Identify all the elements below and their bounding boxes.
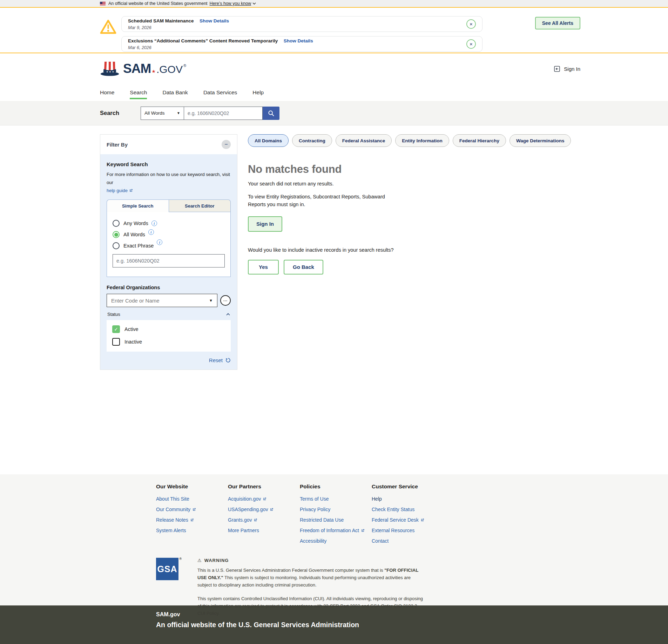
- alert-show-details-link[interactable]: Show Details: [200, 18, 229, 23]
- federal-org-placeholder: Enter Code or Name: [111, 298, 160, 304]
- main-content: Filter By − Keyword Search For more info…: [0, 126, 668, 474]
- search-button[interactable]: [263, 107, 279, 120]
- footer-heading: Policies: [300, 483, 372, 490]
- keyword-input[interactable]: [113, 254, 225, 267]
- domain-tabs: All Domains Contracting Federal Assistan…: [248, 134, 580, 147]
- search-type-select[interactable]: All Words ▼: [141, 107, 184, 120]
- alert-title: Exclusions “Additional Comments” Content…: [128, 38, 278, 43]
- footer-link-our-community[interactable]: Our Community: [156, 507, 228, 512]
- footer-link-federal-service-desk[interactable]: Federal Service Desk: [372, 517, 444, 523]
- domain-tab-federal-assistance[interactable]: Federal Assistance: [336, 134, 392, 147]
- tab-simple-search[interactable]: Simple Search: [107, 199, 169, 212]
- alerts-section: Scheduled SAM Maintenance Show Details M…: [0, 8, 668, 53]
- collapse-filter-button[interactable]: −: [222, 140, 231, 149]
- reset-filters[interactable]: Reset: [107, 357, 231, 363]
- footer-col-our-partners: Our Partners Acquisition.gov USASpending…: [228, 483, 300, 549]
- svg-text:★: ★: [106, 70, 108, 73]
- tab-search-editor[interactable]: Search Editor: [169, 199, 231, 212]
- radio-any-words[interactable]: [113, 220, 120, 227]
- footer-link-foia[interactable]: Freedom of Information Act: [300, 528, 372, 533]
- external-link-icon: [254, 518, 257, 522]
- warning-paragraph-1: This is a U.S. General Services Administ…: [197, 567, 424, 589]
- sign-in-link[interactable]: Sign In: [553, 65, 580, 73]
- info-icon[interactable]: i: [151, 221, 157, 226]
- domain-tab-wage-determinations[interactable]: Wage Determinations: [510, 134, 571, 147]
- logo-star-icon: ★: [151, 69, 156, 74]
- checkbox-inactive-label: Inactive: [124, 339, 142, 345]
- search-input[interactable]: [184, 107, 263, 120]
- caret-down-icon: ▼: [209, 298, 213, 303]
- alert-show-details-link[interactable]: Show Details: [284, 38, 313, 43]
- domain-tab-all-domains[interactable]: All Domains: [248, 134, 289, 147]
- sign-in-note: To view Entity Registrations, Subcontrac…: [248, 193, 397, 209]
- login-icon: [553, 65, 561, 73]
- alert-title: Scheduled SAM Maintenance: [128, 18, 194, 23]
- nav-item-home[interactable]: Home: [100, 84, 114, 101]
- minus-icon: −: [224, 142, 228, 147]
- no-results-message: Your search did not return any results.: [248, 181, 580, 187]
- footer-link-system-alerts[interactable]: System Alerts: [156, 528, 228, 533]
- footer-link-external-resources[interactable]: External Resources: [372, 528, 444, 533]
- external-link-icon: [129, 189, 133, 192]
- info-icon[interactable]: i: [157, 239, 162, 245]
- federal-org-combobox[interactable]: Enter Code or Name ▼: [107, 294, 217, 307]
- footer-link-grants-gov[interactable]: Grants.gov: [228, 517, 300, 523]
- info-icon[interactable]: i: [148, 229, 154, 235]
- close-icon[interactable]: ×: [466, 39, 476, 49]
- site-header: ★ ★ ★ SAM ★ .GOV ® Sign In: [0, 53, 668, 84]
- registered-mark: ®: [179, 557, 182, 561]
- sam-gov-logo[interactable]: ★ ★ ★ SAM ★ .GOV ®: [100, 60, 186, 77]
- footer-link-check-entity-status[interactable]: Check Entity Status: [372, 507, 444, 512]
- banner-how-you-know-link[interactable]: Here’s how you know: [210, 1, 251, 6]
- footer-link-about-this-site[interactable]: About This Site: [156, 496, 228, 502]
- reset-label: Reset: [209, 357, 223, 363]
- uncle-sam-hat-icon: ★ ★ ★: [100, 60, 120, 77]
- footer-link-contact[interactable]: Contact: [372, 538, 444, 544]
- footer-link-accessibility[interactable]: Accessibility: [300, 538, 372, 544]
- see-all-alerts-button[interactable]: See All Alerts: [535, 17, 580, 29]
- footer-heading: Our Website: [156, 483, 228, 490]
- nav-item-data-services[interactable]: Data Services: [203, 84, 237, 101]
- federal-organizations-heading: Federal Organizations: [107, 285, 231, 290]
- footer-link-help[interactable]: Help: [372, 496, 444, 502]
- domain-tab-federal-hierarchy[interactable]: Federal Hierarchy: [453, 134, 506, 147]
- footer-link-restricted-data-use[interactable]: Restricted Data Use: [300, 517, 372, 523]
- footer-link-usaspending-gov[interactable]: USASpending.gov: [228, 507, 300, 512]
- checkbox-inactive[interactable]: [112, 338, 120, 346]
- chevron-up-icon[interactable]: [226, 313, 230, 316]
- footer-link-privacy-policy[interactable]: Privacy Policy: [300, 507, 372, 512]
- footer-link-more-partners[interactable]: More Partners: [228, 528, 300, 533]
- sign-in-button[interactable]: Sign In: [248, 216, 282, 232]
- footer-link-release-notes[interactable]: Release Notes: [156, 517, 228, 523]
- help-guide-link[interactable]: help guide: [107, 187, 133, 195]
- warning-title-text: WARNING: [204, 558, 229, 563]
- nav-item-data-bank[interactable]: Data Bank: [162, 84, 188, 101]
- footer-link-terms-of-use[interactable]: Terms of Use: [300, 496, 372, 502]
- filter-panel: Filter By − Keyword Search For more info…: [100, 134, 237, 370]
- warning-icon: ⚠: [197, 558, 202, 563]
- svg-text:★: ★: [112, 70, 114, 73]
- checkbox-active[interactable]: ✓: [112, 325, 120, 333]
- domain-tab-entity-information[interactable]: Entity Information: [395, 134, 449, 147]
- radio-all-words[interactable]: [113, 231, 120, 238]
- banner-text: An official website of the United States…: [108, 1, 208, 6]
- sign-in-label: Sign In: [564, 66, 580, 72]
- results-area: All Domains Contracting Federal Assistan…: [248, 134, 580, 274]
- more-options-button[interactable]: ...: [220, 295, 231, 306]
- go-back-button[interactable]: Go Back: [284, 260, 323, 274]
- warning-triangle-icon: [100, 19, 116, 35]
- external-link-icon: [420, 518, 424, 522]
- nav-item-help[interactable]: Help: [252, 84, 264, 101]
- domain-tab-contracting[interactable]: Contracting: [292, 134, 332, 147]
- close-icon[interactable]: ×: [466, 19, 476, 29]
- radio-exact-phrase[interactable]: [113, 242, 120, 249]
- footer-link-acquisition-gov[interactable]: Acquisition.gov: [228, 496, 300, 502]
- external-link-icon: [361, 529, 365, 533]
- inactive-records-question: Would you like to include inactive recor…: [248, 247, 580, 253]
- keyword-info-text: For more information on how to use our k…: [107, 172, 230, 185]
- ellipsis-icon: ...: [223, 298, 228, 302]
- registered-mark: ®: [183, 63, 186, 68]
- nav-item-search[interactable]: Search: [130, 84, 147, 101]
- external-link-icon: [270, 508, 274, 511]
- yes-button[interactable]: Yes: [248, 260, 279, 274]
